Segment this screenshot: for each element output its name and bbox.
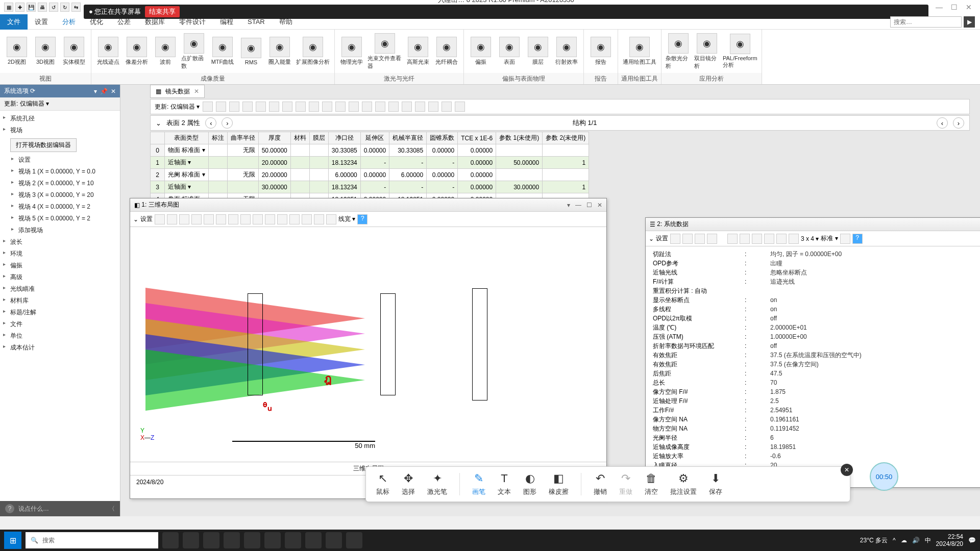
task-icon[interactable] (346, 532, 362, 548)
next-button[interactable]: › (222, 117, 233, 129)
menu-STAR[interactable]: STAR (240, 15, 272, 29)
menu-优化[interactable]: 优化 (83, 14, 110, 30)
tree-node[interactable]: 添加视场 (0, 224, 120, 236)
ribbon-扩展图像分析[interactable]: ◉扩展图像分析 (295, 36, 331, 67)
ribbon-报告[interactable]: ◉报告 (587, 36, 615, 67)
toolbar-button[interactable] (228, 214, 238, 224)
anno-文本-button[interactable]: T文本 (498, 472, 511, 496)
task-icon[interactable] (183, 532, 199, 548)
qat-icon[interactable]: 🖶 (38, 3, 47, 12)
table-header[interactable]: 延伸区 (360, 132, 389, 144)
toolbar-button[interactable] (402, 102, 412, 112)
table-header[interactable]: TCE x 1E-6 (458, 132, 496, 144)
help-button[interactable]: ? (852, 234, 863, 244)
toolbar-button[interactable] (349, 102, 359, 112)
table-header[interactable]: 曲率半径 (227, 132, 258, 144)
anno-批注设置-button[interactable]: ⚙批注设置 (670, 472, 697, 496)
toolbar-button[interactable] (707, 234, 717, 244)
toolbar-button[interactable] (455, 102, 465, 112)
ribbon-膜层[interactable]: ◉膜层 (524, 36, 552, 67)
task-icon[interactable] (285, 532, 301, 548)
expand-icon[interactable]: ⌄ (649, 235, 654, 242)
tree-node[interactable]: 材料库 (0, 295, 120, 307)
chevron-down-icon[interactable]: ⌄ (156, 119, 161, 127)
toolbar-button[interactable] (216, 102, 226, 112)
anno-撤销-button[interactable]: ↶撤销 (594, 472, 607, 496)
settings-button[interactable]: 设置 (140, 215, 153, 223)
minimize-button[interactable]: — (575, 202, 581, 209)
expand-icon[interactable]: ⌄ (133, 216, 138, 223)
dropdown-icon[interactable]: ▾ (567, 202, 570, 209)
anno-图形-button[interactable]: ◐图形 (523, 472, 536, 496)
weather-widget[interactable]: 23°C 多云 (860, 536, 888, 545)
ribbon-PAL/Freeform分析[interactable]: ◉PAL/Freeform分析 (722, 33, 758, 70)
ribbon-像差分析[interactable]: ◉像差分析 (123, 36, 151, 67)
ribbon-光纤耦合[interactable]: ◉光纤耦合 (433, 36, 460, 67)
search-go-button[interactable]: ▶ (964, 16, 975, 28)
grid-dropdown[interactable]: 3 x 4 ▾ (801, 235, 819, 242)
close-button[interactable]: ✕ (966, 3, 972, 11)
tree-node[interactable]: 文件 (0, 318, 120, 330)
ribbon-MTF曲线[interactable]: ◉MTF曲线 (209, 36, 236, 67)
tree-node[interactable]: 视场 1 (X = 0.00000, Y = 0.0 (0, 166, 120, 178)
toolbar-button[interactable] (282, 102, 292, 112)
ribbon-高斯光束[interactable]: ◉高斯光束 (404, 36, 432, 67)
lens-data-table[interactable]: 表面类型标注曲率半径厚度材料膜层净口径延伸区机械半直径圆锥系数TCE x 1E-… (150, 132, 589, 206)
qat-icon[interactable]: 💾 (27, 3, 36, 12)
settings-button[interactable]: 设置 (656, 234, 668, 243)
task-icon[interactable] (224, 532, 240, 548)
toolbar-button[interactable] (269, 102, 279, 112)
notifications-icon[interactable]: 💬 (968, 537, 976, 544)
toolbar-button[interactable] (335, 102, 346, 112)
toolbar-button[interactable] (326, 214, 336, 224)
toolbar-button[interactable] (229, 102, 239, 112)
help-button[interactable]: ? (357, 214, 368, 224)
ribbon-物理光学[interactable]: ◉物理光学 (338, 36, 365, 67)
tree-node[interactable]: 视场 2 (X = 0.00000, Y = 10 (0, 178, 120, 189)
menu-分析[interactable]: 分析 (55, 14, 83, 30)
table-header[interactable]: 参数 1(未使用) (496, 132, 543, 144)
toolbar-button[interactable] (191, 214, 202, 224)
toolbar-button[interactable] (670, 234, 680, 244)
anno-保存-button[interactable]: ⬇保存 (709, 472, 722, 496)
prev-button[interactable]: ‹ (205, 117, 216, 129)
ribbon-RMS[interactable]: ◉RMS (237, 37, 265, 66)
tray-icon[interactable]: ^ (893, 537, 896, 544)
toolbar-button[interactable] (289, 214, 300, 224)
ribbon-光线迹点[interactable]: ◉光线迹点 (94, 36, 122, 67)
toolbar-button[interactable] (155, 214, 165, 224)
sidebar-update-mode[interactable]: 更新: 仅编辑器 ▾ (0, 97, 120, 111)
ribbon-通用绘图工具[interactable]: ◉通用绘图工具 (621, 36, 658, 67)
toolbar-button[interactable] (789, 234, 799, 244)
toolbar-button[interactable] (388, 102, 399, 112)
task-icon[interactable] (264, 532, 281, 548)
anno-重做-button[interactable]: ↷重做 (619, 472, 632, 496)
toolbar-button[interactable] (256, 102, 266, 112)
qat-icon[interactable]: ✚ (15, 3, 24, 12)
menu-编程[interactable]: 编程 (213, 14, 240, 30)
menu-数据库[interactable]: 数据库 (138, 14, 172, 30)
table-header[interactable]: 标注 (208, 132, 227, 144)
table-header[interactable]: 表面类型 (165, 132, 209, 144)
table-header[interactable]: 厚度 (258, 132, 290, 144)
table-row[interactable]: 0物面 标准面 ▾无限50.0000030.330850.0000030.330… (151, 144, 589, 157)
close-button[interactable]: ✕ (597, 202, 602, 209)
task-icon[interactable] (162, 532, 179, 548)
ribbon-光束文件查看器[interactable]: ◉光束文件查看器 (366, 32, 403, 71)
tree-node[interactable]: 单位 (0, 330, 120, 342)
anno-激光笔-button[interactable]: ✦激光笔 (427, 472, 447, 496)
table-row[interactable]: 1近轴面 ▾20.0000018.13234---0.0000050.00000… (151, 157, 589, 169)
tree-node[interactable]: 视场 4 (X = 0.00000, Y = 2 (0, 201, 120, 213)
toolbar-button[interactable] (764, 234, 774, 244)
system-data-body[interactable]: 切趾法:均匀, 因子 = 0.00000E+00OPD参考:出瞳近轴光线:忽略坐… (646, 246, 980, 486)
ribbon-圈入能量[interactable]: ◉圈入能量 (266, 36, 293, 67)
search-input[interactable] (890, 16, 962, 28)
ribbon-表面[interactable]: ◉表面 (496, 36, 523, 67)
tree-node[interactable]: 波长 (0, 236, 120, 248)
toolbar-button[interactable] (216, 214, 226, 224)
tree-node[interactable]: 环境 (0, 248, 120, 260)
tree-node[interactable]: 视场 (0, 124, 120, 136)
close-toolbar-button[interactable]: ✕ (841, 464, 853, 476)
ribbon-偏振[interactable]: ◉偏振 (467, 36, 495, 67)
tree-node[interactable]: 光线瞄准 (0, 283, 120, 295)
